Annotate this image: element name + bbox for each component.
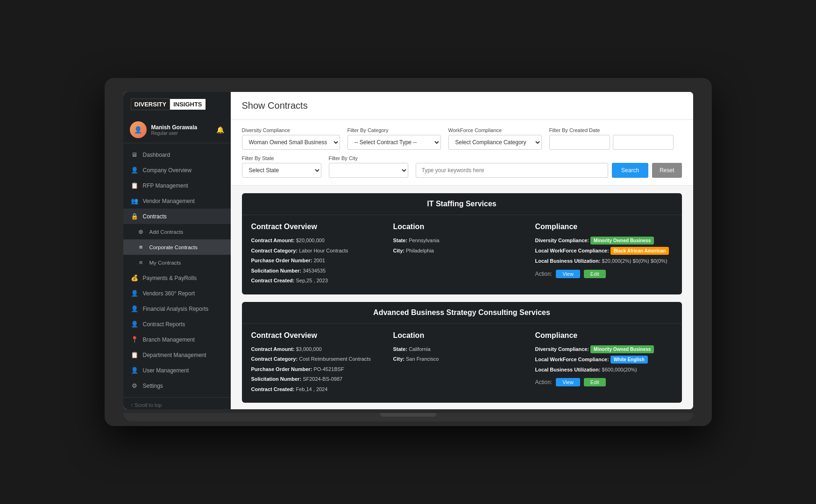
- edit-button-2[interactable]: Edit: [584, 378, 606, 386]
- rfp-icon: 📋: [131, 182, 138, 189]
- city-1: City: Philadelphia: [393, 247, 531, 255]
- contract-location-2: Location State: California City: San Fra…: [393, 331, 531, 396]
- filter-by-state-select[interactable]: Select State: [242, 163, 321, 178]
- sidebar-item-contract-reports[interactable]: 👤 Contract Reports: [123, 316, 231, 332]
- sidebar-item-vendor-management[interactable]: 👥 Vendor Management: [123, 193, 231, 209]
- user-mgmt-icon: 👤: [131, 367, 138, 374]
- sidebar-item-label: RFP Management: [143, 182, 188, 189]
- reset-button[interactable]: Reset: [652, 163, 681, 178]
- sidebar-item-branch-management[interactable]: 📍 Branch Management: [123, 332, 231, 347]
- filter-by-state-label: Filter By State: [242, 155, 321, 161]
- sidebar-item-my-contracts[interactable]: ≡ My Contracts: [123, 255, 231, 270]
- sidebar-item-department-management[interactable]: 📋 Department Management: [123, 347, 231, 363]
- amount-2: Contract Amount: $3,000,000: [251, 345, 389, 353]
- workforce-compliance-select[interactable]: Select Compliance Category: [448, 135, 542, 150]
- main-content: Show Contracts Diversity Compliance Woma…: [231, 92, 693, 409]
- overview-heading-1: Contract Overview: [251, 223, 389, 231]
- created-2: Contract Created: Feb,14 , 2024: [251, 385, 389, 393]
- filter-row-1: Diversity Compliance Woman Owned Small B…: [242, 127, 682, 150]
- action-label-2: Action:: [535, 379, 553, 385]
- sidebar-item-settings[interactable]: ⚙ Settings: [123, 378, 231, 393]
- logo-box: DIVERSITY INSIGHTS: [131, 98, 206, 110]
- sidebar-item-financial-analysis[interactable]: 👤 Financial Analysis Reports: [123, 301, 231, 316]
- vendor-icon: 👥: [131, 197, 138, 204]
- compliance-heading-1: Compliance: [535, 223, 673, 231]
- logo-insights: INSIGHTS: [170, 99, 205, 110]
- sidebar-nav: 🖥 Dashboard 👤 Company Overview 📋 RFP Man…: [123, 143, 231, 397]
- sidebar-item-vendors-360[interactable]: 👤 Vendors 360° Report: [123, 286, 231, 301]
- action-row-1: Action: View Edit: [535, 270, 673, 278]
- sidebar-item-corporate-contracts[interactable]: ≡ Corporate Contracts: [123, 239, 231, 255]
- sidebar-item-add-contracts[interactable]: ⊕ Add Contracts: [123, 224, 231, 239]
- filter-row-2: Filter By State Select State Filter By C…: [242, 155, 682, 178]
- filter-by-category-group: Filter By Category -- Select Contract Ty…: [348, 127, 441, 150]
- laptop-screen: DIVERSITY INSIGHTS 👤 Manish Gorawala Reg…: [123, 92, 693, 409]
- contract-body-2: Contract Overview Contract Amount: $3,00…: [242, 324, 682, 403]
- contracts-area: IT Staffing Services Contract Overview C…: [231, 186, 693, 409]
- compliance-heading-2: Compliance: [535, 331, 673, 340]
- contract-compliance-2: Compliance Diversity Compliance: Minorit…: [535, 331, 673, 396]
- contract-body-1: Contract Overview Contract Amount: $20,0…: [242, 215, 682, 294]
- sidebar-user: 👤 Manish Gorawala Regular user 🔔: [123, 117, 231, 143]
- workforce-badge-2: White English: [610, 356, 648, 364]
- monitor-icon: 🖥: [131, 151, 138, 158]
- filter-by-state-group: Filter By State Select State: [242, 155, 321, 178]
- sidebar-item-company-overview[interactable]: 👤 Company Overview: [123, 162, 231, 178]
- notification-bell-icon[interactable]: 🔔: [216, 126, 224, 133]
- user-role: Regular user: [151, 131, 212, 136]
- sidebar-item-rfp-management[interactable]: 📋 RFP Management: [123, 178, 231, 193]
- workforce-badge-1: Black African American: [610, 247, 669, 255]
- filter-by-category-select[interactable]: -- Select Contract Type --: [348, 135, 441, 150]
- sidebar-item-user-management[interactable]: 👤 User Management: [123, 363, 231, 378]
- filter-by-created-date-group: Filter By Created Date: [549, 127, 674, 150]
- solicitation-1: Solicitation Number: 34534535: [251, 267, 389, 275]
- search-button[interactable]: Search: [612, 163, 648, 178]
- add-icon: ⊕: [137, 228, 145, 235]
- sidebar-item-label: Branch Management: [143, 336, 195, 343]
- view-button-2[interactable]: View: [556, 378, 580, 386]
- po-2: Purchase Order Number: PO-4521BSF: [251, 365, 389, 373]
- city-2: City: San Francisco: [393, 355, 531, 363]
- date-from-input[interactable]: [549, 135, 610, 150]
- sidebar-logo: DIVERSITY INSIGHTS: [123, 92, 231, 117]
- filter-by-city-select[interactable]: [329, 163, 408, 178]
- po-1: Purchase Order Number: 2001: [251, 257, 389, 265]
- vendors360-icon: 👤: [131, 290, 138, 297]
- sidebar-item-payments[interactable]: 💰 Payments & PayRolls: [123, 270, 231, 286]
- edit-button-1[interactable]: Edit: [584, 270, 606, 278]
- category-2: Contract Category: Cost Reimbursement Co…: [251, 355, 389, 363]
- action-label-1: Action:: [535, 271, 553, 277]
- keyword-search-group: Search Reset: [416, 163, 682, 178]
- reports-icon: 👤: [131, 321, 138, 328]
- contract-card-2: Advanced Business Strategy Consulting Se…: [242, 302, 682, 403]
- diversity-compliance-1: Diversity Compliance: Minority Owned Bus…: [535, 237, 673, 245]
- workforce-compliance-group: WorkForce Compliance Select Compliance C…: [448, 127, 542, 150]
- payments-icon: 💰: [131, 274, 138, 281]
- contract-title-1: IT Staffing Services: [242, 193, 682, 215]
- avatar: 👤: [130, 121, 147, 138]
- contract-location-1: Location State: Pennsylvania City: Phila…: [393, 223, 531, 287]
- action-row-2: Action: View Edit: [535, 378, 673, 386]
- contract-title-2: Advanced Business Strategy Consulting Se…: [242, 302, 682, 324]
- filter-by-created-date-label: Filter By Created Date: [549, 127, 674, 133]
- sidebar-item-dashboard[interactable]: 🖥 Dashboard: [123, 147, 231, 162]
- sidebar-item-label: Financial Analysis Reports: [143, 306, 209, 312]
- filter-by-city-group: Filter By City: [329, 155, 408, 178]
- settings-icon: ⚙: [131, 382, 138, 389]
- diversity-badge-1: Minority Owned Business: [590, 237, 654, 245]
- contract-overview-2: Contract Overview Contract Amount: $3,00…: [251, 331, 389, 396]
- view-button-1[interactable]: View: [556, 270, 580, 278]
- filter-by-city-label: Filter By City: [329, 155, 408, 161]
- sidebar-item-label: User Management: [143, 367, 189, 374]
- state-1: State: Pennsylvania: [393, 237, 531, 245]
- sidebar-item-label: Company Overview: [143, 167, 192, 174]
- contracts-icon: 🔒: [131, 213, 138, 220]
- scroll-to-top[interactable]: ↑ Scroll to top: [123, 397, 231, 409]
- branch-icon: 📍: [131, 336, 138, 343]
- diversity-compliance-select[interactable]: Woman Owned Small Business Minority Owne…: [242, 135, 340, 150]
- sidebar-item-label: Settings: [143, 383, 163, 389]
- keyword-input[interactable]: [416, 163, 609, 178]
- sidebar-item-contracts[interactable]: 🔒 Contracts: [123, 209, 231, 224]
- diversity-compliance-group: Diversity Compliance Woman Owned Small B…: [242, 127, 340, 150]
- date-to-input[interactable]: [613, 135, 674, 150]
